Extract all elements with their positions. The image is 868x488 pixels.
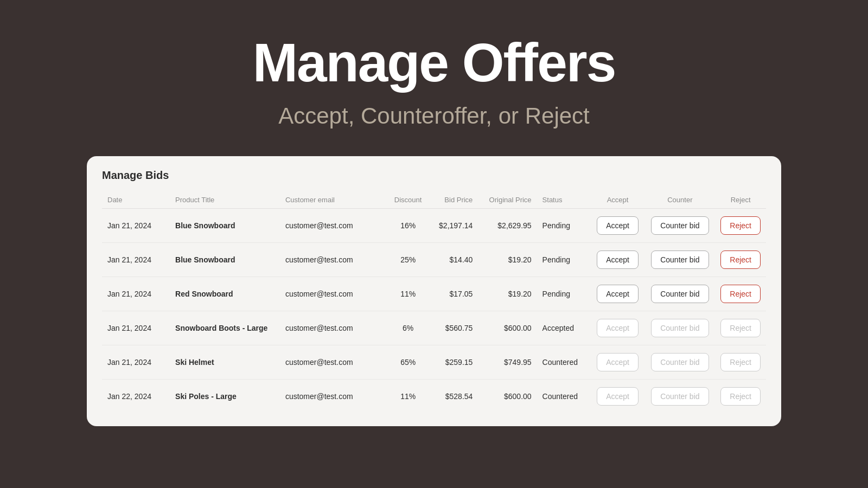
cell-email: customer@test.com <box>280 209 387 243</box>
counter-bid-button[interactable]: Counter bid <box>651 216 709 235</box>
counter-bid-button: Counter bid <box>651 353 709 371</box>
cell-reject: Reject <box>715 311 766 345</box>
cell-email: customer@test.com <box>280 345 387 380</box>
cell-status: Pending <box>537 209 591 243</box>
reject-button: Reject <box>720 319 761 337</box>
cell-discount: 6% <box>386 311 429 345</box>
manage-bids-card: Manage Bids Date Product Title Customer … <box>87 156 781 426</box>
cell-product: Blue Snowboard <box>170 209 280 243</box>
table-row: Jan 21, 2024 Blue Snowboard customer@tes… <box>102 243 766 277</box>
cell-date: Jan 21, 2024 <box>102 345 170 380</box>
counter-bid-button[interactable]: Counter bid <box>651 251 709 269</box>
col-header-counter: Counter <box>644 191 715 209</box>
cell-reject: Reject <box>715 345 766 380</box>
col-header-discount: Discount <box>386 191 429 209</box>
cell-date: Jan 21, 2024 <box>102 209 170 243</box>
cell-original-price: $600.00 <box>478 311 537 345</box>
cell-accept[interactable]: Accept <box>591 277 645 311</box>
cell-email: customer@test.com <box>280 277 387 311</box>
col-header-bid-price: Bid Price <box>430 191 478 209</box>
reject-button[interactable]: Reject <box>720 285 761 303</box>
cell-bid-price: $14.40 <box>430 243 478 277</box>
cell-discount: 16% <box>386 209 429 243</box>
cell-bid-price: $560.75 <box>430 311 478 345</box>
cell-original-price: $2,629.95 <box>478 209 537 243</box>
cell-product: Blue Snowboard <box>170 243 280 277</box>
table-row: Jan 21, 2024 Blue Snowboard customer@tes… <box>102 209 766 243</box>
cell-reject[interactable]: Reject <box>715 243 766 277</box>
cell-product: Red Snowboard <box>170 277 280 311</box>
cell-bid-price: $17.05 <box>430 277 478 311</box>
cell-accept: Accept <box>591 311 645 345</box>
table-row: Jan 21, 2024 Ski Helmet customer@test.co… <box>102 345 766 380</box>
cell-date: Jan 22, 2024 <box>102 380 170 414</box>
counter-bid-button[interactable]: Counter bid <box>651 285 709 303</box>
cell-original-price: $600.00 <box>478 380 537 414</box>
cell-discount: 11% <box>386 277 429 311</box>
accept-button: Accept <box>597 353 639 371</box>
cell-counter[interactable]: Counter bid <box>644 243 715 277</box>
cell-status: Pending <box>537 243 591 277</box>
col-header-date: Date <box>102 191 170 209</box>
cell-bid-price: $259.15 <box>430 345 478 380</box>
cell-bid-price: $2,197.14 <box>430 209 478 243</box>
reject-button: Reject <box>720 387 761 406</box>
accept-button: Accept <box>597 387 639 406</box>
cell-product: Ski Poles - Large <box>170 380 280 414</box>
col-header-status: Status <box>537 191 591 209</box>
cell-accept[interactable]: Accept <box>591 243 645 277</box>
accept-button[interactable]: Accept <box>597 285 639 303</box>
counter-bid-button: Counter bid <box>651 319 709 337</box>
cell-status: Accepted <box>537 311 591 345</box>
card-title: Manage Bids <box>102 169 766 182</box>
table-row: Jan 21, 2024 Snowboard Boots - Large cus… <box>102 311 766 345</box>
cell-original-price: $19.20 <box>478 277 537 311</box>
col-header-accept: Accept <box>591 191 645 209</box>
cell-date: Jan 21, 2024 <box>102 277 170 311</box>
cell-original-price: $749.95 <box>478 345 537 380</box>
cell-product: Snowboard Boots - Large <box>170 311 280 345</box>
hero-section: Manage Offers Accept, Counteroffer, or R… <box>0 0 868 145</box>
cell-email: customer@test.com <box>280 380 387 414</box>
table-row: Jan 22, 2024 Ski Poles - Large customer@… <box>102 380 766 414</box>
cell-status: Pending <box>537 277 591 311</box>
cell-discount: 25% <box>386 243 429 277</box>
counter-bid-button: Counter bid <box>651 387 709 406</box>
bids-table: Date Product Title Customer email Discou… <box>102 191 766 413</box>
cell-status: Countered <box>537 345 591 380</box>
reject-button: Reject <box>720 353 761 371</box>
reject-button[interactable]: Reject <box>720 216 761 235</box>
cell-counter: Counter bid <box>644 380 715 414</box>
cell-accept: Accept <box>591 380 645 414</box>
col-header-original-price: Original Price <box>478 191 537 209</box>
cell-counter[interactable]: Counter bid <box>644 277 715 311</box>
cell-status: Countered <box>537 380 591 414</box>
cell-date: Jan 21, 2024 <box>102 311 170 345</box>
reject-button[interactable]: Reject <box>720 251 761 269</box>
cell-reject[interactable]: Reject <box>715 209 766 243</box>
table-row: Jan 21, 2024 Red Snowboard customer@test… <box>102 277 766 311</box>
cell-discount: 11% <box>386 380 429 414</box>
col-header-email: Customer email <box>280 191 387 209</box>
cell-product: Ski Helmet <box>170 345 280 380</box>
cell-counter: Counter bid <box>644 345 715 380</box>
cell-accept[interactable]: Accept <box>591 209 645 243</box>
cell-date: Jan 21, 2024 <box>102 243 170 277</box>
accept-button[interactable]: Accept <box>597 251 639 269</box>
cell-original-price: $19.20 <box>478 243 537 277</box>
cell-discount: 65% <box>386 345 429 380</box>
accept-button: Accept <box>597 319 639 337</box>
accept-button[interactable]: Accept <box>597 216 639 235</box>
cell-bid-price: $528.54 <box>430 380 478 414</box>
cell-email: customer@test.com <box>280 243 387 277</box>
cell-email: customer@test.com <box>280 311 387 345</box>
cell-counter: Counter bid <box>644 311 715 345</box>
cell-reject: Reject <box>715 380 766 414</box>
col-header-product: Product Title <box>170 191 280 209</box>
page-title: Manage Offers <box>0 33 868 92</box>
cell-reject[interactable]: Reject <box>715 277 766 311</box>
cell-accept: Accept <box>591 345 645 380</box>
col-header-reject: Reject <box>715 191 766 209</box>
page-subtitle: Accept, Counteroffer, or Reject <box>0 103 868 129</box>
cell-counter[interactable]: Counter bid <box>644 209 715 243</box>
